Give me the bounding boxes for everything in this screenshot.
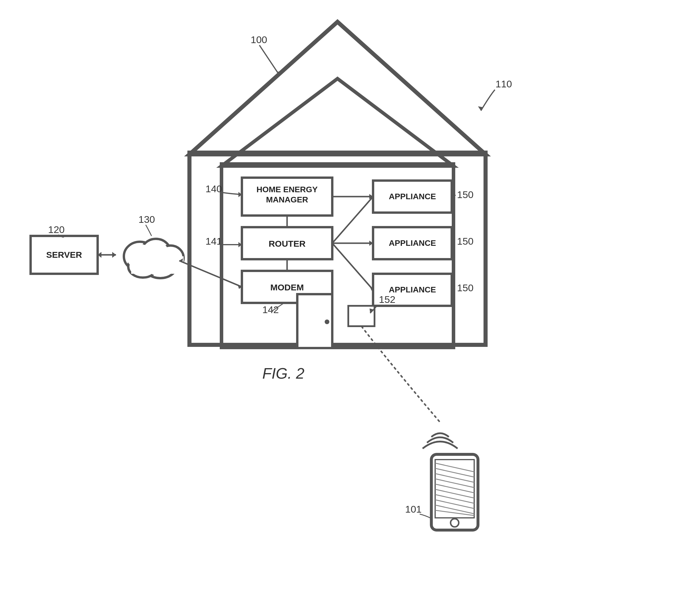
svg-line-51 [435, 463, 474, 472]
svg-rect-50 [435, 460, 474, 518]
svg-text:101: 101 [405, 504, 422, 515]
svg-text:150: 150 [457, 236, 474, 247]
svg-point-11 [126, 244, 154, 269]
svg-rect-46 [297, 294, 332, 348]
svg-marker-0 [190, 22, 485, 154]
svg-text:FIG. 2: FIG. 2 [262, 365, 305, 382]
svg-text:MANAGER: MANAGER [266, 195, 308, 204]
svg-line-53 [435, 473, 474, 482]
svg-marker-63 [277, 71, 281, 76]
svg-text:HOME ENERGY: HOME ENERGY [256, 185, 318, 194]
svg-text:130: 130 [138, 214, 155, 225]
svg-text:142: 142 [262, 304, 279, 315]
svg-text:APPLIANCE: APPLIANCE [389, 285, 436, 294]
svg-marker-2 [222, 79, 453, 166]
svg-text:140: 140 [206, 183, 222, 194]
svg-rect-20 [242, 227, 332, 259]
diagram-container: SERVER HOME ENERGY MANAGER ROUTER MODEM [0, 0, 675, 616]
svg-line-38 [332, 197, 373, 243]
svg-rect-3 [222, 164, 453, 347]
svg-point-8 [157, 246, 183, 270]
svg-line-52 [435, 468, 474, 477]
svg-line-55 [435, 484, 474, 493]
svg-rect-48 [348, 306, 375, 326]
svg-point-12 [144, 241, 168, 263]
svg-rect-26 [373, 227, 452, 259]
svg-rect-16 [131, 256, 183, 274]
svg-line-54 [435, 479, 474, 488]
svg-line-42 [332, 243, 373, 290]
svg-point-61 [451, 519, 459, 527]
svg-point-15 [131, 257, 155, 275]
svg-line-56 [435, 489, 474, 498]
svg-marker-65 [478, 106, 482, 111]
svg-text:APPLIANCE: APPLIANCE [389, 192, 436, 201]
svg-rect-28 [373, 274, 452, 306]
svg-line-57 [435, 495, 474, 503]
svg-marker-34 [237, 284, 242, 289]
svg-rect-22 [242, 271, 332, 303]
svg-marker-43 [370, 286, 373, 291]
svg-marker-39 [369, 196, 373, 200]
svg-rect-1 [190, 153, 485, 345]
svg-rect-24 [373, 181, 452, 212]
svg-text:SERVER: SERVER [46, 250, 82, 260]
svg-line-60 [435, 510, 474, 516]
svg-marker-77 [370, 309, 374, 313]
svg-point-9 [144, 255, 176, 278]
svg-line-33 [179, 261, 242, 287]
svg-marker-31 [112, 252, 116, 258]
svg-point-47 [325, 320, 329, 324]
svg-marker-32 [98, 252, 101, 258]
svg-point-7 [141, 239, 170, 265]
svg-text:APPLIANCE: APPLIANCE [389, 239, 436, 248]
svg-line-59 [435, 505, 474, 514]
svg-line-58 [435, 500, 474, 509]
svg-rect-49 [431, 454, 478, 530]
svg-marker-69 [238, 192, 242, 197]
svg-point-14 [147, 257, 174, 276]
svg-marker-41 [369, 241, 373, 246]
svg-point-10 [128, 255, 157, 278]
svg-point-6 [124, 242, 156, 271]
connection-lines: SERVER HOME ENERGY MANAGER ROUTER MODEM [0, 0, 675, 616]
svg-text:110: 110 [496, 78, 512, 89]
svg-text:MODEM: MODEM [271, 282, 304, 292]
svg-marker-35 [179, 258, 183, 263]
svg-marker-45 [369, 194, 373, 199]
svg-rect-17 [242, 178, 332, 215]
svg-text:ROUTER: ROUTER [269, 239, 306, 248]
svg-text:120: 120 [48, 224, 65, 235]
svg-text:100: 100 [251, 34, 267, 45]
svg-text:150: 150 [457, 282, 474, 293]
svg-marker-71 [238, 242, 242, 247]
svg-text:152: 152 [379, 294, 395, 305]
svg-rect-4 [30, 236, 98, 274]
svg-text:150: 150 [457, 189, 474, 200]
svg-point-13 [160, 248, 181, 268]
svg-text:141: 141 [206, 236, 222, 247]
